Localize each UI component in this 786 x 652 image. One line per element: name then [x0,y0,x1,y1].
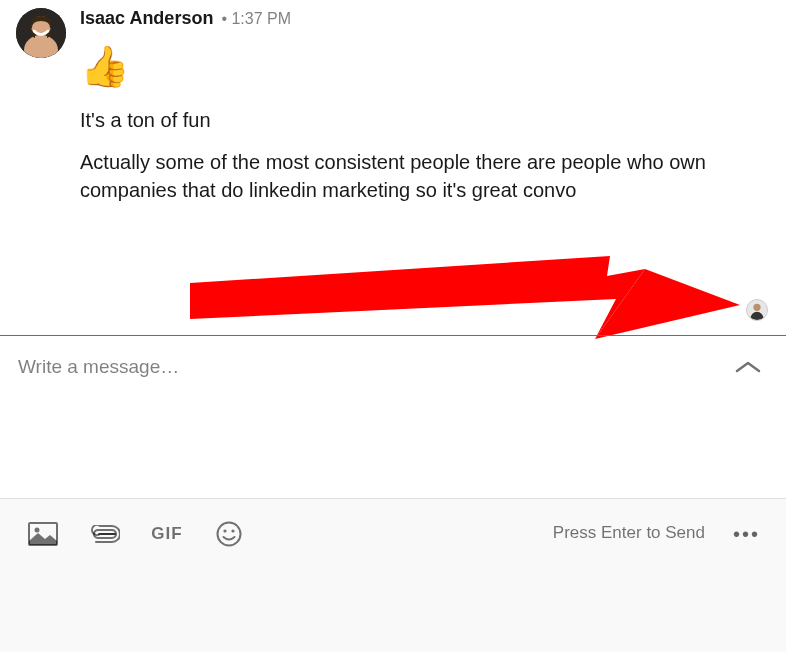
svg-marker-7 [595,269,740,339]
attachment-icon[interactable] [88,521,122,547]
message-text-2: Actually some of the most consistent peo… [80,148,740,204]
avatar[interactable] [16,8,66,58]
thumbs-up-emoji: 👍 [80,43,770,90]
compose-input[interactable] [18,356,734,378]
sender-name: Isaac Anderson [80,8,213,29]
gif-icon[interactable]: GIF [150,521,184,547]
compose-row [0,336,786,398]
message-timestamp: • 1:37 PM [221,10,291,28]
compose-toolbar: GIF Press Enter to Send ••• [0,498,786,652]
image-icon[interactable] [26,521,60,547]
compose-area: GIF Press Enter to Send ••• [0,336,786,652]
message-text-1: It's a ton of fun [80,106,740,134]
message-header: Isaac Anderson • 1:37 PM [80,8,770,29]
svg-point-4 [753,304,760,311]
send-hint: Press Enter to Send [553,523,705,543]
svg-point-12 [218,523,241,546]
svg-point-9 [35,528,40,533]
svg-marker-6 [190,256,645,339]
more-options-icon[interactable]: ••• [733,523,760,546]
svg-point-13 [223,529,226,532]
read-receipt-avatar[interactable] [746,299,768,321]
message-block: Isaac Anderson • 1:37 PM 👍 It's a ton of… [0,0,786,218]
message-body: Isaac Anderson • 1:37 PM 👍 It's a ton of… [80,8,770,218]
svg-point-14 [231,529,234,532]
emoji-icon[interactable] [212,521,246,547]
chevron-up-icon[interactable] [734,357,762,377]
